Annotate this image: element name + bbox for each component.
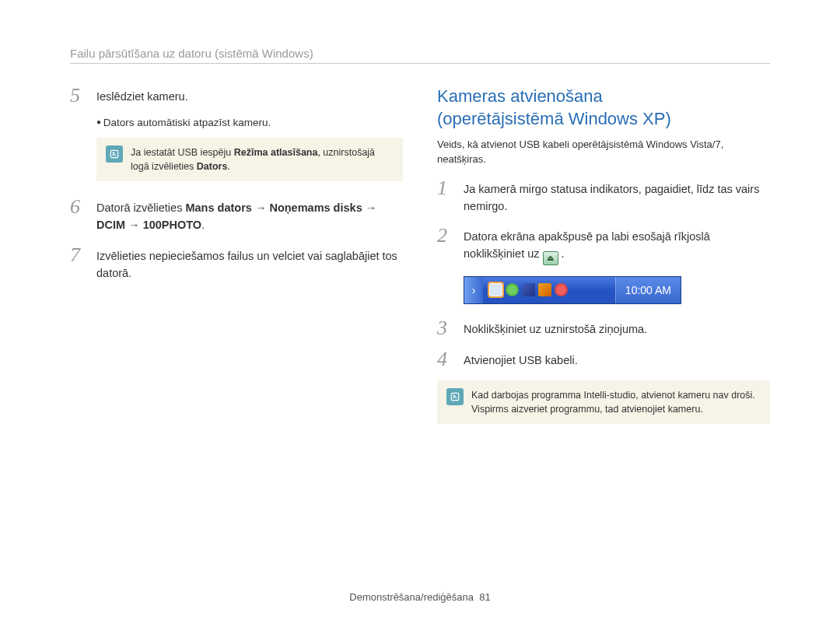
note-box: Ja iestatāt USB iespēju Režīma atlasīšan… [96, 138, 403, 181]
step-6: 6 Datorā izvēlieties Mans dators → Noņem… [70, 197, 403, 234]
note-text: Ja iestatāt USB iespēju Režīma atlasīšan… [131, 145, 394, 173]
note-icon [446, 388, 464, 405]
tray-icon [522, 283, 535, 296]
taskbar-chevron-icon: › [464, 277, 483, 303]
sub-bullet: Dators automātiski atpazīst kameru. [96, 117, 403, 128]
intro-text: Veids, kā atvienot USB kabeli operētājsi… [437, 138, 770, 167]
left-column: 5 Ieslēdziet kameru. Dators automātiski … [70, 86, 403, 440]
safely-remove-icon: ⏏ [543, 251, 558, 265]
step-text: Noklikšķiniet uz uznirstošā ziņojuma. [464, 318, 770, 338]
page-footer: Demonstrēšana/rediģēšana 81 [0, 591, 840, 603]
tray-icons [483, 283, 615, 296]
tray-icon [506, 283, 519, 296]
step-number: 5 [70, 86, 87, 106]
step-text: Ja kamerā mirgo statusa indikators, paga… [464, 178, 770, 215]
note-text: Kad darbojas programma Intelli-studio, a… [471, 388, 761, 416]
tray-icon [489, 283, 502, 296]
step-text: Datora ekrāna apakšpusē pa labi esošajā … [464, 226, 770, 264]
section-title: Kameras atvienošana (operētājsistēmā Win… [437, 86, 770, 130]
step-number: 3 [437, 318, 454, 338]
taskbar-image: › 10:00 AM [464, 276, 681, 304]
step-text: Atvienojiet USB kabeli. [464, 349, 770, 370]
step-number: 4 [437, 349, 454, 370]
breadcrumb: Failu pārsūtīšana uz datoru (sistēmā Win… [70, 47, 770, 64]
step-2: 2 Datora ekrāna apakšpusē pa labi esošaj… [437, 226, 770, 264]
step-number: 1 [437, 178, 454, 215]
step-5: 5 Ieslēdziet kameru. [70, 86, 403, 106]
step-number: 2 [437, 226, 454, 264]
note-box: Kad darbojas programma Intelli-studio, a… [437, 380, 770, 424]
tray-icon [555, 283, 568, 296]
right-column: Kameras atvienošana (operētājsistēmā Win… [437, 86, 770, 440]
note-icon [106, 145, 123, 163]
step-7: 7 Izvēlieties nepieciešamos failus un ve… [70, 245, 403, 282]
step-number: 7 [70, 245, 87, 282]
step-text: Datorā izvēlieties Mans dators → Noņemam… [96, 197, 403, 234]
step-3: 3 Noklikšķiniet uz uznirstošā ziņojuma. [437, 318, 770, 338]
step-number: 6 [70, 197, 87, 234]
step-4: 4 Atvienojiet USB kabeli. [437, 349, 770, 370]
tray-icon [538, 283, 551, 296]
step-1: 1 Ja kamerā mirgo statusa indikators, pa… [437, 178, 770, 215]
step-text: Ieslēdziet kameru. [96, 86, 403, 106]
taskbar-clock: 10:00 AM [615, 277, 681, 303]
step-text: Izvēlieties nepieciešamos failus un velc… [96, 245, 403, 282]
